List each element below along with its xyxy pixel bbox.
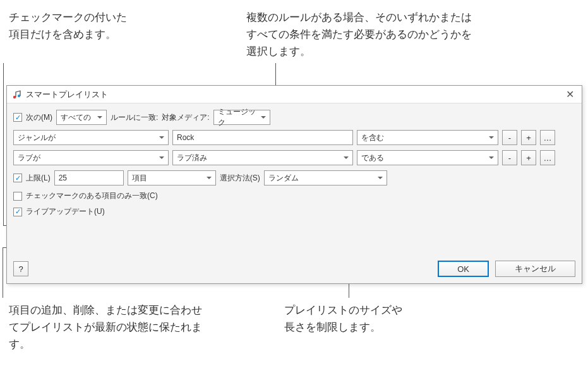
dialog-title: スマートプレイリスト <box>26 89 562 100</box>
rule-row: ラブが ラブ済み である - + … <box>13 150 575 165</box>
checked-only-label: チェックマークのある項目のみ一致(C) <box>26 191 158 201</box>
rule-field-select[interactable]: ジャンルが <box>13 130 169 145</box>
annotation-live-update: 項目の追加、削除、または変更に合わせてプレイリストが最新の状態に保たれます。 <box>9 302 211 353</box>
rule-op-select[interactable]: を含む <box>357 130 498 145</box>
annotation-any-all: 複数のルールがある場合、そのいずれかまたはすべての条件を満たす必要があるのかどう… <box>246 9 480 61</box>
rule-value-text: Rock <box>177 133 194 142</box>
cancel-button[interactable]: キャンセル <box>495 261 575 277</box>
rules-label: ルールに一致: <box>111 112 158 123</box>
match-row: 次の(M) すべての ルールに一致: 対象メディア: ミュージック <box>13 110 575 125</box>
media-select[interactable]: ミュージック <box>213 110 270 125</box>
help-button[interactable]: ? <box>13 261 28 276</box>
smart-playlist-dialog: スマートプレイリスト ✕ 次の(M) すべての ルールに一致: 対象メディア: … <box>6 85 582 284</box>
rule-field-value: ジャンルが <box>18 132 56 143</box>
limit-row: 上限(L) 25 項目 選択方法(S) ランダム <box>13 170 575 186</box>
rule-value-select[interactable]: ラブ済み <box>172 150 353 165</box>
close-icon[interactable]: ✕ <box>562 88 578 100</box>
rule-row: ジャンルが Rock を含む - + … <box>13 130 575 145</box>
anyall-select[interactable]: すべての <box>56 110 107 125</box>
limit-checkbox[interactable] <box>13 174 22 182</box>
leader-line <box>3 247 3 298</box>
media-value: ミュージック <box>218 107 258 128</box>
live-update-label: ライブアップデート(U) <box>26 206 105 217</box>
limit-unit-select[interactable]: 項目 <box>128 170 216 186</box>
limit-value-input[interactable]: 25 <box>54 170 124 186</box>
annotation-limit: プレイリストのサイズや長さを制限します。 <box>284 302 411 336</box>
music-app-icon <box>11 89 22 100</box>
live-update-checkbox[interactable] <box>13 208 22 216</box>
limit-value: 25 <box>59 174 67 182</box>
rule-value-text: ラブ済み <box>177 153 207 163</box>
rule-more-button[interactable]: … <box>540 130 555 145</box>
rule-value-input[interactable]: Rock <box>172 130 353 145</box>
rule-add-button[interactable]: + <box>521 150 536 165</box>
rule-remove-button[interactable]: - <box>502 150 517 165</box>
limit-unit-value: 項目 <box>132 173 147 184</box>
rule-op-select[interactable]: である <box>357 150 498 165</box>
rule-field-select[interactable]: ラブが <box>13 150 169 165</box>
rule-remove-button[interactable]: - <box>502 130 517 145</box>
leader-line <box>3 63 4 226</box>
match-label: 次の(M) <box>26 112 52 123</box>
selectby-select[interactable]: ランダム <box>264 170 387 186</box>
rule-field-value: ラブが <box>18 153 40 163</box>
live-update-row: ライブアップデート(U) <box>13 206 575 217</box>
ok-button[interactable]: OK <box>438 261 489 277</box>
checked-only-row: チェックマークのある項目のみ一致(C) <box>13 191 575 201</box>
dialog-footer: ? OK キャンセル <box>13 261 575 277</box>
rule-op-value: である <box>361 153 384 163</box>
titlebar: スマートプレイリスト ✕ <box>7 86 582 103</box>
anyall-value: すべての <box>61 112 91 123</box>
media-label: 対象メディア: <box>162 112 209 123</box>
annotation-checked-only: チェックマークの付いた項目だけを含めます。 <box>9 9 135 43</box>
selectby-label: 選択方法(S) <box>220 173 260 184</box>
limit-label: 上限(L) <box>26 173 51 184</box>
selectby-value: ランダム <box>268 173 299 184</box>
match-checkbox[interactable] <box>13 113 22 122</box>
rule-add-button[interactable]: + <box>521 130 536 145</box>
checked-only-checkbox[interactable] <box>13 192 22 201</box>
rule-op-value: を含む <box>361 132 384 143</box>
rule-more-button[interactable]: … <box>540 150 555 165</box>
